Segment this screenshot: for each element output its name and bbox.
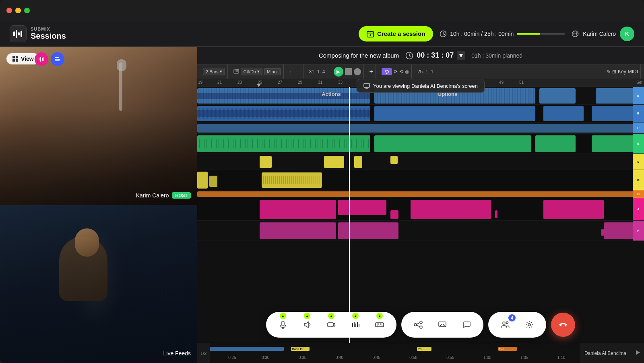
add-track-button[interactable]: +	[369, 68, 373, 75]
track-row-3	[197, 122, 644, 134]
track-segment-2a[interactable]	[197, 106, 370, 121]
track-segment-8d[interactable]	[411, 200, 491, 219]
svg-point-59	[506, 322, 508, 324]
tool-icon-3[interactable]: ◎	[405, 69, 409, 75]
create-session-button[interactable]: Create a session	[359, 26, 433, 41]
people-badge: 4	[508, 314, 516, 322]
track-segment-1a[interactable]	[197, 88, 370, 104]
user-name: Karim Calero	[583, 31, 616, 37]
bottom-play-icon[interactable]	[631, 349, 644, 357]
view-icon-bars[interactable]	[51, 52, 64, 66]
end-call-icon	[558, 319, 568, 330]
arrow-right-icon[interactable]: →	[296, 69, 301, 75]
track-segment-6b[interactable]	[209, 176, 217, 187]
track-segment-3a[interactable]	[197, 124, 644, 133]
close-button[interactable]	[6, 8, 12, 13]
grid-tool-icon[interactable]: ⊞	[612, 69, 616, 75]
end-call-button[interactable]	[551, 313, 575, 337]
stop-button[interactable]	[345, 68, 352, 75]
track-segment-5c[interactable]	[354, 156, 362, 168]
user-profile[interactable]: Karim Calero K	[572, 27, 634, 41]
media-controls-pill: ▲ ▲	[266, 312, 396, 338]
svg-rect-16	[12, 56, 15, 58]
timer-progress-bar	[517, 33, 565, 35]
chat-button[interactable]	[458, 316, 475, 334]
track-segment-8e[interactable]	[495, 210, 497, 218]
bottom-mark-1:05: 1:05	[520, 355, 528, 360]
session-dropdown[interactable]: ▾	[457, 51, 465, 60]
track-segment-6a[interactable]	[197, 172, 208, 189]
speaker-button[interactable]: ▲	[298, 316, 316, 334]
track-segment-8a[interactable]	[260, 200, 336, 219]
record-button[interactable]	[354, 68, 361, 75]
settings-icon	[525, 320, 534, 329]
keyboard-button[interactable]: ▲	[371, 316, 388, 334]
track-segment-6c[interactable]	[262, 172, 322, 188]
track-segment-2c[interactable]	[543, 106, 584, 121]
bars-button[interactable]: 2 Bars ▾	[203, 68, 225, 75]
loop-button[interactable]	[382, 68, 392, 75]
track-label-k: K	[633, 170, 644, 190]
settings-button[interactable]	[520, 316, 538, 334]
track-labels-right: B B P E S K O A P	[633, 87, 644, 343]
track-segment-4a[interactable]	[197, 135, 370, 152]
track-segment-5d[interactable]	[390, 156, 398, 164]
people-icon	[501, 320, 510, 329]
pencil-icon[interactable]: ✎	[607, 69, 611, 75]
svg-rect-34	[364, 83, 369, 87]
screen-share-tooltip: You are viewing Daniela AI Bencima's scr…	[357, 79, 485, 93]
track-segment-9d[interactable]	[604, 222, 636, 239]
track-segment-2b[interactable]	[374, 106, 535, 121]
svg-rect-57	[439, 322, 446, 327]
logo-brand: SUBMIX	[31, 27, 66, 31]
track-segment-1d[interactable]	[596, 88, 636, 104]
maximize-button[interactable]	[24, 8, 30, 13]
toolbar-plus: +	[367, 64, 376, 79]
camera-button[interactable]: ▲	[322, 316, 340, 334]
minimize-button[interactable]	[15, 8, 21, 13]
position-display: 31. 1. 4	[309, 69, 325, 75]
tool-icon-2[interactable]: ⟲	[399, 69, 403, 75]
monitor-icon	[363, 83, 370, 89]
svg-line-62	[565, 325, 566, 326]
svg-rect-19	[16, 59, 18, 62]
scale-button[interactable]: Minor	[264, 68, 281, 75]
track-segment-2d[interactable]	[592, 106, 636, 121]
play-button[interactable]: ▶	[334, 67, 343, 77]
keyboard-up-indicator: ▲	[376, 313, 383, 319]
daw-panel: Composing for the new album 00 : 31 : 07…	[197, 47, 644, 363]
view-icon-waveform[interactable]	[35, 52, 48, 66]
track-segment-4c[interactable]	[535, 135, 576, 152]
track-segment-9b[interactable]	[338, 222, 398, 239]
timer-progress-fill	[517, 33, 540, 35]
track-segment-7a[interactable]	[197, 191, 636, 197]
track-segment-5b[interactable]	[324, 156, 344, 168]
equalizer-button[interactable]: ▲	[347, 316, 364, 334]
logo-icon	[10, 25, 27, 42]
track-segment-5a[interactable]	[260, 156, 272, 168]
key-button[interactable]: C#/Db ▾	[241, 68, 262, 75]
track-segment-9a[interactable]	[260, 222, 336, 239]
mic-button[interactable]: ▲	[274, 316, 292, 334]
ruler-mark-19: 19	[198, 80, 202, 85]
calendar-icon	[367, 30, 374, 37]
track-segment-4d[interactable]	[592, 135, 636, 152]
arrow-left-icon[interactable]: ←	[289, 69, 294, 75]
share-button[interactable]	[409, 316, 427, 334]
tool-icon-1[interactable]: ⟳	[394, 69, 398, 75]
screen-share-button[interactable]	[433, 316, 451, 334]
session-planned: 01h : 30min planned	[471, 52, 522, 59]
track-segment-8c[interactable]	[390, 210, 398, 219]
bottom-timeline: 0:25 0:30 0:35 0:40 0:45 0:50 0:55 1:00 …	[210, 343, 580, 363]
traffic-lights	[6, 8, 30, 13]
svg-rect-17	[16, 56, 18, 58]
track-segment-8b[interactable]	[338, 200, 386, 215]
session-name: Composing for the new album	[319, 52, 399, 59]
video-panel: View	[0, 47, 197, 363]
people-button[interactable]: 4	[496, 316, 514, 334]
ruler-mark-33: 33	[338, 80, 343, 85]
track-segment-8f[interactable]	[543, 200, 604, 219]
svg-marker-40	[304, 322, 308, 328]
track-segment-1c[interactable]	[539, 88, 576, 104]
track-segment-4b[interactable]	[374, 135, 531, 152]
